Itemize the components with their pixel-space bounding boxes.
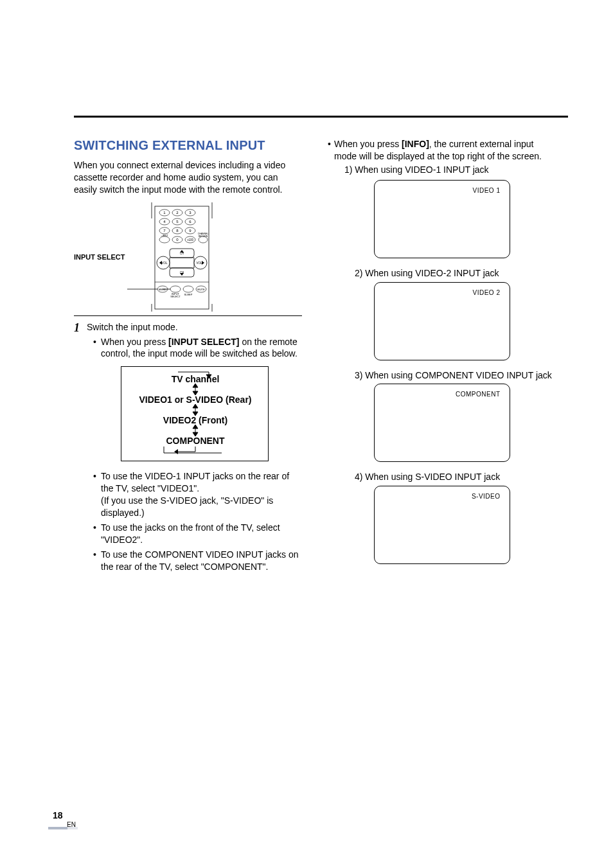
- caption-wrap-3: 3) When using COMPONENT VIDEO INPUT jack: [328, 369, 556, 382]
- top-rule: [74, 116, 568, 118]
- right-column: • When you press [INFO], the current ext…: [328, 138, 556, 575]
- dash-ent-label: –/ENT: [161, 234, 169, 237]
- section-title: SWITCHING EXTERNAL INPUT: [74, 138, 302, 153]
- step-number: 1: [74, 321, 87, 576]
- bullet-video1: To use the VIDEO-1 INPUT jacks on the re…: [93, 470, 302, 519]
- flow-row-video1: VIDEO1 or S-VIDEO (Rear): [139, 394, 251, 405]
- step-bullet-input-select: When you press [INPUT SELECT] on the rem…: [93, 336, 302, 360]
- remote-illustration: 1 2 3 4 5 6 7 8 9 –/ENT 0 +1: [127, 202, 236, 312]
- bullet-icon: •: [328, 138, 334, 177]
- lead-pre: When you press: [334, 139, 402, 149]
- channel-return-label-2: RETURN: [199, 235, 208, 238]
- remote-svg: 1 2 3 4 5 6 7 8 9 –/ENT 0 +1: [127, 202, 236, 312]
- screen-examples-list: 1) When using VIDEO-1 INPUT jack: [334, 164, 556, 176]
- plus100-label: +100: [187, 238, 194, 242]
- page-number: 18: [53, 810, 63, 820]
- two-column-layout: SWITCHING EXTERNAL INPUT When you connec…: [74, 138, 568, 575]
- sleep-button-label: SLEEP: [184, 293, 193, 296]
- post-flow-bullet-list: To use the VIDEO-1 INPUT jacks on the re…: [87, 470, 302, 572]
- svg-point-15: [159, 236, 170, 243]
- input-mode-flow-diagram: TV channel VIDEO1 or S-VIDEO (Rear) VIDE…: [121, 366, 269, 461]
- flow-row-video2: VIDEO2 (Front): [163, 415, 227, 425]
- step-bullet-list: When you press [INPUT SELECT] on the rem…: [87, 336, 302, 360]
- flow-row-component: COMPONENT: [166, 436, 224, 446]
- step-body: Switch the input mode. When you press [I…: [87, 321, 302, 576]
- caption-video2: 2) When using VIDEO-2 INPUT jack: [344, 267, 556, 279]
- menu-button-label: MENU: [159, 288, 167, 291]
- bullet-component: To use the COMPONENT VIDEO INPUT jacks o…: [93, 549, 302, 573]
- info-lead-bullet: • When you press [INFO], the current ext…: [328, 138, 556, 177]
- input-select-button-label-2: SELECT: [171, 295, 181, 298]
- step-separator-rule: [74, 315, 302, 316]
- svg-point-28: [183, 286, 193, 292]
- remote-figure: INPUT SELECT 1: [74, 202, 302, 312]
- info-lead-text: When you press [INFO], the current exter…: [334, 138, 556, 177]
- tv-screen-video1: VIDEO 1: [374, 180, 510, 258]
- tv-screen-svideo: S-VIDEO: [374, 486, 510, 564]
- svg-marker-45: [174, 449, 178, 454]
- page: SWITCHING EXTERNAL INPUT When you connec…: [0, 0, 613, 868]
- vol-left-label: VOL: [162, 261, 168, 265]
- tv-screen-component: COMPONENT: [374, 384, 510, 462]
- caption-component: 3) When using COMPONENT VIDEO INPUT jack: [344, 369, 556, 382]
- caption-video1: 1) When using VIDEO-1 INPUT jack: [334, 164, 556, 176]
- tv-screen-video2: VIDEO 2: [374, 282, 510, 360]
- text-pre: When you press: [101, 337, 168, 347]
- input-select-callout-label: INPUT SELECT: [74, 253, 127, 261]
- caption-wrap-4: 4) When using S-VIDEO INPUT jack: [328, 471, 556, 483]
- lead-bold-info: [INFO]: [402, 139, 429, 149]
- svg-point-27: [170, 286, 181, 292]
- bullet-video2: To use the jacks on the front of the TV,…: [93, 522, 302, 546]
- left-column: SWITCHING EXTERNAL INPUT When you connec…: [74, 138, 302, 575]
- text-bold-input-select: [INPUT SELECT]: [168, 337, 239, 347]
- vol-right-label: VOL: [197, 261, 203, 265]
- flow-row-tv-channel: TV channel: [171, 374, 219, 384]
- step-1: 1 Switch the input mode. When you press …: [74, 321, 302, 576]
- tv-label-video1: VIDEO 1: [473, 187, 501, 194]
- flow-svg: TV channel VIDEO1 or S-VIDEO (Rear) VIDE…: [127, 371, 264, 454]
- tv-label-video2: VIDEO 2: [473, 289, 501, 296]
- page-number-rule: [48, 827, 78, 829]
- caption-wrap-2: 2) When using VIDEO-2 INPUT jack: [328, 267, 556, 279]
- caption-svideo: 4) When using S-VIDEO INPUT jack: [344, 471, 556, 483]
- tv-label-component: COMPONENT: [456, 391, 501, 398]
- step-text: Switch the input mode.: [87, 322, 178, 332]
- intro-paragraph: When you connect external devices includ…: [74, 159, 302, 196]
- tv-label-svideo: S-VIDEO: [472, 493, 501, 500]
- mute-button-label: MUTE: [198, 288, 206, 291]
